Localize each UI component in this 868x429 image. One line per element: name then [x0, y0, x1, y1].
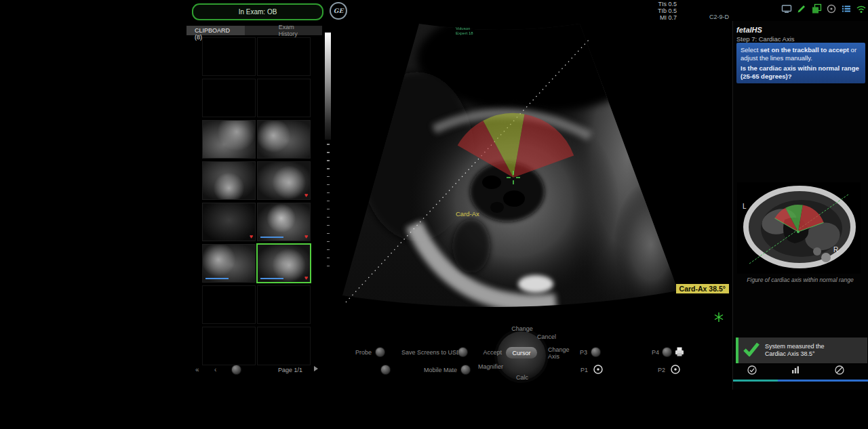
fetalhs-panel: fetalHS Step 7: Cardiac Axis Select set …: [732, 21, 868, 390]
tab-underline-teal: [733, 380, 778, 382]
cardiac-axis-measurement: Card-Ax 38.5°: [676, 284, 729, 293]
measurement-marker: [205, 278, 229, 279]
cancel-tab-icon[interactable]: [834, 365, 845, 375]
save-usb-key[interactable]: [458, 347, 468, 357]
clipboard-slot: [257, 285, 311, 324]
save-usb-label: Save Screens to USB: [401, 349, 460, 356]
clipboard-thumbnail[interactable]: [202, 120, 256, 159]
ultrasound-workstation: { "glyphs": {"heart": "♥", "page_first":…: [0, 0, 868, 429]
figure-caption: Figure of cardiac axis within normal ran…: [734, 277, 866, 283]
clipboard-thumbnail-selected[interactable]: ♥: [257, 244, 311, 283]
clipboard-slot: [257, 37, 311, 76]
clipboard-slot: [257, 79, 311, 117]
clipboard-thumbnail[interactable]: ♥: [202, 203, 256, 241]
system-status-icons: [781, 3, 867, 14]
report-tab-icon[interactable]: [790, 365, 801, 375]
trackball-label-cancel[interactable]: Cancel: [537, 333, 564, 340]
mobile-mate-key[interactable]: [460, 365, 471, 375]
instruction-question: Is the cardiac axis within normal range …: [741, 64, 861, 80]
page-indicator: Page 1/1: [269, 367, 312, 373]
status-circle-icon[interactable]: [826, 3, 837, 14]
figure-left-label: L: [743, 203, 747, 210]
panel-step-label: Step 7: Cardiac Axis: [736, 35, 795, 43]
exam-status-button[interactable]: In Exam: OB: [192, 3, 323, 20]
trackball-label-change[interactable]: Change: [505, 325, 540, 332]
save-disk-icon[interactable]: [593, 364, 604, 377]
clipboard-slot: [257, 327, 311, 365]
export-icon[interactable]: [811, 3, 822, 14]
clipboard-slot: [202, 327, 256, 365]
clipboard-slot: [202, 285, 256, 324]
trackball-label-change-axis[interactable]: Change Axis: [548, 346, 578, 360]
probe-key-label: Probe: [347, 349, 372, 356]
favorite-heart-icon: ♥: [250, 234, 253, 240]
figure-right-label: R: [833, 246, 838, 253]
instruction-box: Select set on the trackball to accept or…: [736, 43, 865, 83]
mobile-mate-label: Mobile Mate: [418, 367, 457, 373]
page-prev-button[interactable]: ‹: [214, 366, 216, 373]
printer-icon[interactable]: [673, 346, 686, 361]
clipboard-slot: [202, 37, 256, 76]
p4-label: P4: [652, 349, 659, 356]
depth-scale: [327, 144, 330, 272]
clipboard-thumbnail[interactable]: ♥: [257, 161, 311, 200]
page-next-button[interactable]: [314, 366, 318, 371]
wifi-icon[interactable]: [856, 3, 867, 14]
p3-key[interactable]: [591, 347, 601, 357]
grayscale-bar: [325, 33, 331, 140]
worklist-icon[interactable]: [841, 3, 852, 14]
measurement-marker: [260, 237, 283, 238]
probe-key[interactable]: [375, 347, 385, 357]
tis-value: TIs 0.5: [631, 1, 677, 7]
safety-indices: TIs 0.5 TIb 0.5 MI 0.7: [631, 1, 677, 21]
p2-label: P2: [658, 367, 665, 373]
clipboard-grid: ♥ ♥ ♥ ♥: [202, 37, 311, 365]
clipboard-thumbnail[interactable]: ♥: [257, 203, 311, 241]
page-first-button[interactable]: «: [195, 366, 199, 373]
measurement-marker: [260, 278, 283, 279]
softkey-rotary[interactable]: [380, 365, 391, 375]
tab-clipboard[interactable]: CLIPBOARD (8): [186, 26, 245, 35]
ultrasound-image[interactable]: Voluson Expert 18 Card-Ax Card-Ax 38.5°: [332, 21, 732, 308]
mi-value: MI 0.7: [631, 14, 677, 21]
tab-underline-blue: [778, 380, 868, 382]
freeze-snowflake-icon: [713, 312, 724, 323]
cardiac-axis-figure: L R: [737, 182, 861, 274]
p1-label: P1: [580, 367, 588, 373]
result-message: System measured the Cardiac Axis 38.5°: [765, 343, 840, 358]
remote-display-icon[interactable]: [781, 3, 792, 14]
ge-logo: GE: [330, 2, 347, 20]
approve-tab-icon[interactable]: [747, 365, 757, 375]
tib-value: TIb 0.5: [631, 7, 677, 14]
clipboard-thumbnail[interactable]: [202, 244, 256, 283]
instruction-text: Select: [741, 46, 760, 54]
ge-logo-text: GE: [334, 7, 344, 14]
check-icon: [743, 342, 760, 359]
p4-key[interactable]: [662, 347, 672, 357]
cardiac-axis-label: Card-Ax: [456, 210, 479, 218]
page-rotary-key[interactable]: [231, 365, 241, 375]
save-disk-icon[interactable]: [670, 364, 681, 377]
favorite-heart-icon: ♥: [304, 275, 308, 281]
trackball-label-magnifier[interactable]: Magnifier: [473, 363, 503, 370]
system-watermark: Voluson Expert 18: [456, 26, 473, 36]
trackball-label-accept[interactable]: Accept: [475, 349, 502, 356]
clipboard-thumbnail[interactable]: [202, 161, 256, 200]
clipboard-thumbnail[interactable]: [257, 120, 311, 159]
favorite-heart-icon: ♥: [304, 192, 308, 199]
annotate-pencil-icon[interactable]: [796, 3, 807, 14]
panel-title: fetalHS: [736, 26, 762, 34]
clipboard-tabbar: CLIPBOARD (8) Exam History: [186, 26, 322, 35]
p3-label: P3: [580, 349, 587, 356]
trackball-center-key[interactable]: Cursor: [506, 347, 537, 359]
trackball-label-calc[interactable]: Calc: [513, 374, 531, 381]
tab-exam-history[interactable]: Exam History: [269, 22, 322, 39]
instruction-bold: set on the trackball to accept: [760, 46, 849, 54]
result-box: System measured the Cardiac Axis 38.5°: [736, 338, 867, 363]
favorite-heart-icon: ♥: [304, 234, 308, 240]
ultrasound-fan: [332, 21, 732, 308]
clipboard-slot: [202, 79, 256, 117]
